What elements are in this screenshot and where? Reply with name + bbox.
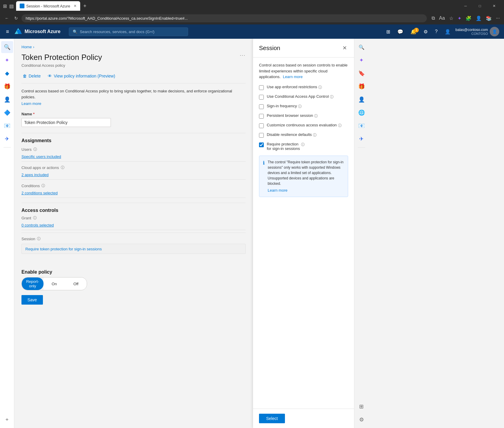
- disable-resilience-checkbox[interactable]: [259, 133, 264, 138]
- users-info-icon[interactable]: ⓘ: [33, 147, 37, 152]
- right-sidebar-outlook-icon[interactable]: 📧: [356, 120, 367, 132]
- more-menu-icon[interactable]: ···: [495, 14, 501, 22]
- session-section: Session ⓘ Require token protection for s…: [21, 236, 246, 254]
- checkbox-disable-resilience: Disable resilience defaults ⓘ: [259, 132, 348, 138]
- sidebar-icon-copilot[interactable]: ✦: [1, 54, 13, 66]
- info-box-learn-more[interactable]: Learn more: [268, 187, 344, 193]
- right-sidebar-plane-icon[interactable]: ✈: [356, 133, 367, 145]
- right-sidebar-expand-icon[interactable]: ⊞: [356, 401, 367, 413]
- session-value[interactable]: Require token protection for sign-in ses…: [25, 247, 102, 251]
- checkbox-require-protection: Require protectionfor sign-in sessions ⓘ: [259, 142, 348, 151]
- close-button[interactable]: ✕: [487, 1, 501, 11]
- delete-button[interactable]: 🗑 Delete: [21, 72, 42, 80]
- avatar[interactable]: 👤: [490, 27, 499, 36]
- customize-cae-info-icon[interactable]: ⓘ: [338, 123, 342, 128]
- search-bar[interactable]: 🔍: [69, 27, 188, 36]
- customize-cae-checkbox[interactable]: [259, 123, 264, 128]
- learn-more-link[interactable]: Learn more: [21, 101, 41, 106]
- persistent-browser-info-icon[interactable]: ⓘ: [314, 114, 318, 119]
- cloud-apps-info-icon[interactable]: ⓘ: [61, 165, 64, 170]
- user-info[interactable]: balas@contoso.com CONTOSO 👤: [455, 27, 499, 36]
- require-protection-checkbox[interactable]: [259, 142, 264, 147]
- back-button[interactable]: ←: [3, 15, 11, 22]
- breadcrumb: Home ›: [21, 45, 246, 49]
- grant-info-icon[interactable]: ⓘ: [33, 215, 37, 221]
- right-sidebar-sphere-icon[interactable]: 🌐: [356, 107, 367, 119]
- read-aloud-icon[interactable]: Aa: [438, 14, 446, 22]
- right-sidebar-copilot-icon[interactable]: ✦: [356, 54, 367, 66]
- session-value-box[interactable]: Require token protection for sign-in ses…: [21, 244, 246, 254]
- session-info-icon[interactable]: ⓘ: [37, 236, 41, 241]
- copilot-icon[interactable]: ✦: [456, 14, 463, 22]
- disable-resilience-info-icon[interactable]: ⓘ: [313, 133, 317, 138]
- sidebar-icon-search[interactable]: 🔍: [1, 41, 13, 53]
- terminal-icon[interactable]: ⊞: [384, 28, 393, 36]
- search-input[interactable]: [80, 30, 184, 34]
- address-bar[interactable]: [21, 14, 427, 22]
- feedback-icon[interactable]: 💬: [395, 28, 406, 36]
- favorites-icon[interactable]: ☆: [448, 14, 455, 22]
- sidebar-icon-airplane[interactable]: ✈: [1, 133, 13, 145]
- use-app-enforced-checkbox[interactable]: [259, 85, 264, 90]
- new-tab-button[interactable]: +: [81, 3, 88, 9]
- settings-icon[interactable]: ⚙: [421, 28, 430, 36]
- use-app-enforced-info-icon[interactable]: ⓘ: [318, 85, 322, 90]
- users-value[interactable]: Specific users included: [21, 153, 246, 162]
- maximize-button[interactable]: □: [473, 1, 487, 11]
- sidebar-icon-add[interactable]: +: [1, 414, 13, 426]
- minimize-button[interactable]: ─: [459, 1, 472, 11]
- conditions-info-icon[interactable]: ⓘ: [41, 183, 45, 188]
- toggle-off[interactable]: Off: [65, 277, 87, 290]
- extensions-icon[interactable]: 🧩: [464, 14, 473, 22]
- right-sidebar-bookmark-icon[interactable]: 🔖: [356, 67, 367, 79]
- assignments-section: Assignments Users ⓘ Specific users inclu…: [21, 133, 246, 198]
- panel-header: Session ✕: [253, 39, 354, 58]
- save-button[interactable]: Save: [21, 295, 43, 305]
- sidebar-icon-email[interactable]: 📧: [1, 120, 13, 132]
- cloud-apps-value[interactable]: 2 apps included: [21, 171, 246, 180]
- panel-close-button[interactable]: ✕: [341, 44, 348, 52]
- view-policy-icon: 👁: [48, 74, 52, 78]
- use-caa-checkbox[interactable]: [259, 95, 264, 100]
- tab-grid-icon[interactable]: ⊞: [3, 3, 7, 9]
- help-icon[interactable]: ?: [432, 28, 440, 35]
- enable-policy-section: Enable policy Report-only On Off Save: [21, 260, 246, 305]
- grant-value[interactable]: 0 controls selected: [21, 222, 246, 230]
- collections-icon[interactable]: 📚: [485, 14, 493, 22]
- split-screen-icon[interactable]: ⧉: [430, 14, 436, 22]
- breadcrumb-home[interactable]: Home: [21, 45, 32, 49]
- sidebar-toggle-icon[interactable]: ▤: [9, 3, 14, 9]
- right-sidebar-settings-icon[interactable]: ⚙: [356, 414, 367, 426]
- use-caa-info-icon[interactable]: ⓘ: [330, 94, 334, 100]
- sign-in-freq-checkbox[interactable]: [259, 104, 264, 109]
- user-menu-icon[interactable]: 👤: [442, 28, 453, 36]
- toggle-on[interactable]: On: [44, 277, 65, 290]
- tab-close-icon[interactable]: ✕: [74, 4, 77, 8]
- sign-in-freq-info-icon[interactable]: ⓘ: [298, 104, 302, 109]
- tab-favicon: [20, 4, 24, 8]
- require-protection-info-icon[interactable]: ⓘ: [301, 142, 305, 147]
- toggle-report-only[interactable]: Report-only: [22, 277, 44, 290]
- sidebar-icon-gift[interactable]: 🎁: [1, 80, 13, 92]
- view-policy-button[interactable]: 👁 View policy information (Preview): [46, 72, 116, 80]
- conditions-value[interactable]: 2 conditions selected: [21, 190, 246, 198]
- profile-icon[interactable]: 👤: [474, 14, 483, 22]
- refresh-button[interactable]: ↻: [13, 15, 20, 22]
- more-options-button[interactable]: ···: [240, 53, 246, 58]
- name-input[interactable]: [21, 118, 111, 127]
- notifications-icon[interactable]: 🔔 1: [408, 28, 419, 36]
- search-icon: 🔍: [73, 30, 77, 34]
- persistent-browser-checkbox[interactable]: [259, 114, 264, 119]
- hamburger-menu-icon[interactable]: ≡: [5, 27, 10, 36]
- sidebar-icon-shield[interactable]: 🔷: [1, 107, 13, 119]
- right-sidebar-person-icon[interactable]: 👤: [356, 94, 367, 106]
- users-label: Users: [21, 147, 32, 152]
- sidebar-icon-diamond[interactable]: ◆: [1, 67, 13, 79]
- right-sidebar-gift-icon[interactable]: 🎁: [356, 80, 367, 92]
- active-tab[interactable]: Session - Microsoft Azure ✕: [16, 1, 80, 11]
- panel-learn-more-link[interactable]: Learn more: [283, 75, 303, 79]
- select-button[interactable]: Select: [259, 414, 285, 423]
- right-sidebar-search-icon[interactable]: 🔍: [356, 41, 367, 53]
- sidebar-icon-person[interactable]: 👤: [1, 94, 13, 106]
- conditions-label: Conditions: [21, 184, 40, 188]
